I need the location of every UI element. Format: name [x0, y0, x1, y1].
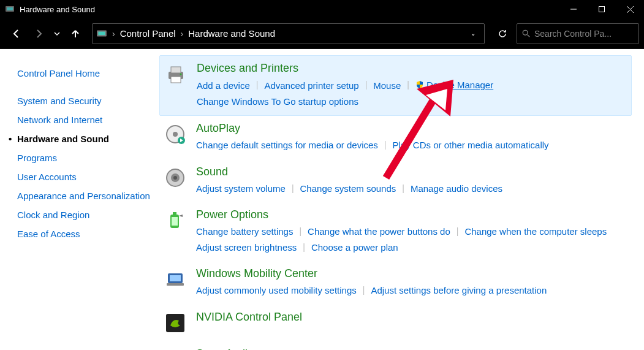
smartaudio-icon[interactable]: [163, 348, 188, 350]
category-link[interactable]: Change default settings for media or dev…: [196, 137, 378, 153]
up-button[interactable]: [66, 25, 85, 43]
category-link[interactable]: Change when the computer sleeps: [464, 224, 607, 240]
link-divider: |: [450, 224, 465, 239]
svg-rect-7: [98, 31, 105, 35]
sidebar-home-link[interactable]: Control Panel Home: [17, 64, 153, 83]
back-button[interactable]: [7, 25, 26, 43]
search-icon: [522, 29, 531, 38]
control-panel-icon: [96, 28, 107, 39]
mobility-icon[interactable]: [163, 267, 188, 292]
main-panel: Devices and PrintersAdd a device|Advance…: [159, 49, 644, 350]
category-title[interactable]: AutoPlay: [196, 122, 624, 135]
svg-rect-12: [171, 77, 181, 83]
category: SmartAudio: [159, 341, 632, 350]
category: Power OptionsChange battery settings|Cha…: [159, 202, 632, 261]
printer-icon[interactable]: [164, 62, 188, 86]
link-divider: |: [250, 78, 265, 93]
maximize-button[interactable]: [588, 0, 616, 18]
chevron-down-icon[interactable]: ⌄: [471, 30, 480, 37]
category-title[interactable]: Windows Mobility Center: [196, 267, 624, 280]
sidebar-item[interactable]: Ease of Access: [17, 224, 153, 243]
shield-icon: [415, 78, 424, 94]
category-link[interactable]: Play CDs or other media automatically: [392, 137, 548, 153]
category-link[interactable]: Manage audio devices: [411, 181, 502, 197]
category-title[interactable]: SmartAudio: [196, 348, 624, 350]
nvidia-icon[interactable]: [163, 311, 188, 335]
category-links: Adjust commonly used mobility settings|A…: [196, 283, 624, 299]
category-link[interactable]: Change system sounds: [300, 181, 396, 197]
category-links: Change default settings for media or dev…: [196, 137, 624, 153]
svg-rect-1: [7, 7, 13, 10]
svg-rect-21: [173, 212, 176, 215]
breadcrumb[interactable]: › Control Panel › Hardware and Sound ⌄: [92, 23, 485, 44]
category-title[interactable]: Sound: [196, 165, 624, 178]
svg-rect-3: [599, 7, 605, 12]
svg-point-19: [173, 176, 177, 180]
link-divider: |: [357, 283, 371, 298]
category: Devices and PrintersAdd a device|Advance…: [159, 55, 632, 116]
svg-rect-24: [170, 275, 181, 281]
link-divider: |: [293, 224, 308, 239]
category-links: Adjust system volume|Change system sound…: [196, 181, 624, 197]
svg-point-13: [180, 74, 182, 75]
svg-line-9: [528, 34, 530, 37]
search-input[interactable]: Search Control Pa...: [517, 23, 639, 44]
chevron-right-icon: ›: [110, 29, 118, 39]
navbar: › Control Panel › Hardware and Sound ⌄ S…: [0, 18, 644, 49]
sidebar: Control Panel Home System and SecurityNe…: [0, 49, 159, 350]
category-link[interactable]: Add a device: [197, 78, 250, 94]
sidebar-item[interactable]: User Accounts: [17, 167, 153, 186]
refresh-button[interactable]: [492, 23, 513, 44]
category-links: Add a device|Advanced printer setup|Mous…: [197, 77, 624, 109]
minimize-button[interactable]: [559, 0, 588, 18]
category-link[interactable]: Change Windows To Go startup options: [197, 94, 358, 110]
titlebar: Hardware and Sound: [0, 0, 644, 18]
category-link[interactable]: Advanced printer setup: [264, 78, 358, 94]
sidebar-item[interactable]: Network and Internet: [17, 110, 153, 129]
category-link[interactable]: Device Manager: [415, 77, 493, 94]
category-link[interactable]: Adjust settings before giving a presenta…: [371, 283, 547, 299]
sidebar-item[interactable]: System and Security: [17, 91, 153, 110]
power-icon[interactable]: [163, 208, 188, 233]
forward-button[interactable]: [29, 25, 48, 43]
link-divider: |: [396, 181, 411, 196]
category: AutoPlayChange default settings for medi…: [159, 116, 632, 159]
breadcrumb-item[interactable]: Control Panel: [120, 28, 176, 39]
link-divider: |: [401, 78, 415, 93]
svg-point-15: [173, 132, 178, 137]
sidebar-item[interactable]: Clock and Region: [17, 205, 153, 224]
category-title[interactable]: Devices and Printers: [197, 62, 624, 75]
content-area: Control Panel Home System and SecurityNe…: [0, 49, 644, 350]
window-controls: [559, 0, 644, 18]
sidebar-item[interactable]: Programs: [17, 148, 153, 167]
category-title[interactable]: NVIDIA Control Panel: [196, 311, 624, 324]
breadcrumb-item[interactable]: Hardware and Sound: [188, 28, 275, 39]
sidebar-item[interactable]: Hardware and Sound: [17, 129, 153, 148]
sidebar-item[interactable]: Appearance and Personalization: [17, 186, 153, 205]
category-link[interactable]: Change battery settings: [196, 224, 293, 240]
sound-icon[interactable]: [163, 165, 188, 190]
category: NVIDIA Control Panel: [159, 305, 632, 341]
svg-rect-22: [172, 217, 178, 226]
category-title[interactable]: Power Options: [196, 208, 624, 221]
svg-point-8: [523, 30, 528, 35]
svg-rect-11: [171, 67, 181, 73]
app-icon: [5, 4, 15, 14]
recent-dropdown[interactable]: [51, 25, 63, 43]
search-placeholder: Search Control Pa...: [534, 29, 612, 39]
category: Windows Mobility CenterAdjust commonly u…: [159, 261, 632, 305]
autoplay-icon[interactable]: [163, 122, 188, 146]
chevron-right-icon: ›: [178, 29, 186, 39]
category-link[interactable]: Change what the power buttons do: [308, 224, 450, 240]
link-divider: |: [378, 138, 393, 153]
category-link[interactable]: Adjust screen brightness: [196, 240, 297, 256]
category-link[interactable]: Mouse: [373, 78, 401, 94]
category-link[interactable]: Adjust commonly used mobility settings: [196, 283, 357, 299]
close-button[interactable]: [616, 0, 644, 18]
link-divider: |: [297, 240, 311, 255]
category-link[interactable]: Adjust system volume: [196, 181, 286, 197]
link-divider: |: [359, 78, 374, 93]
svg-rect-25: [167, 283, 184, 286]
category-link[interactable]: Choose a power plan: [311, 240, 398, 256]
category-links: Change battery settings|Change what the …: [196, 224, 624, 255]
